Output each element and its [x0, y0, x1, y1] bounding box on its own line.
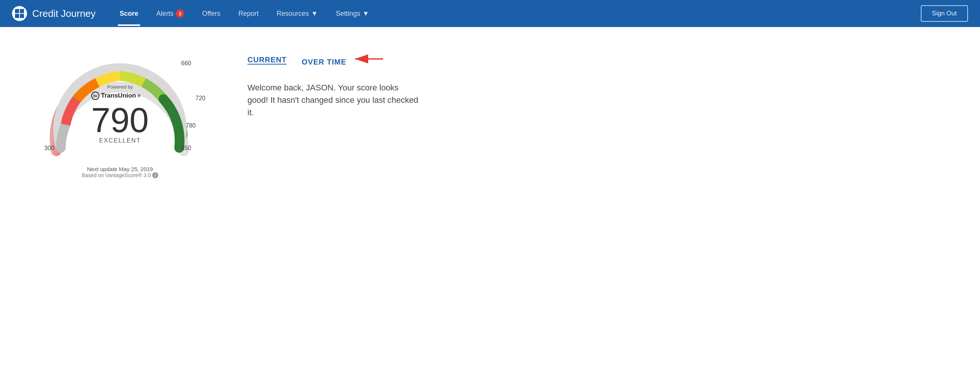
- svg-rect-1: [20, 9, 24, 13]
- brand-name: Credit Journey: [32, 8, 95, 19]
- score-panel: CURRENT OVER TIME Welcome back, J: [247, 42, 958, 118]
- nav-links: Score Alerts 3 Offers Report Resources ▼…: [111, 1, 515, 26]
- nav-item-alerts[interactable]: Alerts 3: [147, 1, 193, 26]
- gauge-bottom-info: Next update May 25, 2019 Based on Vantag…: [82, 166, 158, 178]
- brand: Credit Journey: [12, 6, 95, 21]
- svg-rect-3: [20, 14, 24, 18]
- gauge-section: 300 660 720 780 850 Powered by tu TransU…: [22, 42, 218, 178]
- red-arrow-icon: [353, 53, 387, 66]
- vantage-score-text: Based on VantageScore® 3.0 i: [82, 172, 158, 178]
- score-tabs: CURRENT OVER TIME: [247, 53, 958, 66]
- chase-logo: [12, 6, 27, 21]
- nav-item-resources[interactable]: Resources ▼: [268, 2, 327, 26]
- tab-current[interactable]: CURRENT: [247, 56, 287, 64]
- tab-over-time[interactable]: OVER TIME: [302, 53, 387, 66]
- nav-item-offers[interactable]: Offers: [193, 2, 229, 26]
- svg-rect-0: [15, 9, 19, 13]
- main-content: 300 660 720 780 850 Powered by tu TransU…: [0, 27, 980, 385]
- svg-rect-2: [15, 14, 19, 18]
- tu-circle: tu: [91, 91, 99, 100]
- nav-item-score[interactable]: Score: [111, 2, 147, 26]
- navbar: Credit Journey Score Alerts 3 Offers Rep…: [0, 0, 980, 27]
- powered-by-label: Powered by: [91, 84, 149, 90]
- nav-item-settings[interactable]: Settings ▼: [327, 2, 378, 26]
- welcome-message: Welcome back, JASON. Your score looks go…: [247, 81, 420, 118]
- next-update-text: Next update May 25, 2019: [82, 166, 158, 172]
- gauge-wrapper: 300 660 720 780 850 Powered by tu TransU…: [38, 42, 202, 162]
- gauge-center: Powered by tu TransUnion® 790 EXCELLENT: [91, 84, 149, 144]
- score-rating: EXCELLENT: [91, 137, 149, 144]
- score-number: 790: [91, 103, 149, 137]
- alerts-badge: 3: [176, 10, 184, 18]
- transunion-name: TransUnion: [101, 92, 136, 99]
- chevron-down-icon: ▼: [311, 10, 318, 18]
- chevron-down-icon-settings: ▼: [363, 10, 369, 18]
- transunion-logo: tu TransUnion®: [91, 91, 149, 100]
- nav-item-report[interactable]: Report: [229, 2, 268, 26]
- sign-out-button[interactable]: Sign Out: [921, 5, 968, 22]
- info-icon[interactable]: i: [152, 172, 158, 178]
